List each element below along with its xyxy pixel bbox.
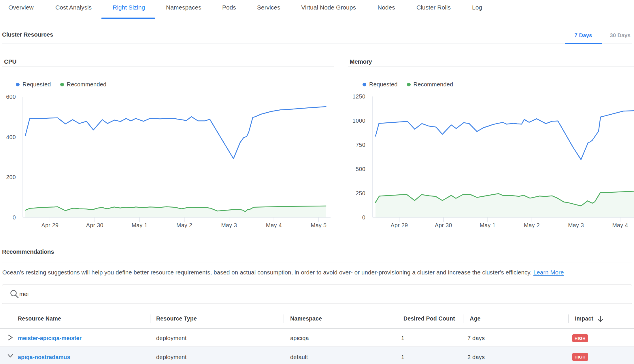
column-header-impact[interactable]: Impact bbox=[575, 315, 593, 322]
right-sizing-page: { "tabs": { "items": [ {"label": "Overvi… bbox=[0, 0, 634, 364]
column-separator bbox=[463, 314, 463, 323]
cluster-resources-title: Cluster Resources bbox=[2, 31, 53, 37]
tab-virtual-node-groups[interactable]: Virtual Node Groups bbox=[301, 4, 356, 11]
resource-name-link[interactable]: meister-apiciqa-meister bbox=[18, 335, 82, 342]
namespace-cell: apiciqa bbox=[290, 335, 309, 342]
resource-type-cell: deployment bbox=[156, 354, 186, 361]
tab-cluster-rolls[interactable]: Cluster Rolls bbox=[416, 4, 451, 11]
resource-type-cell: deployment bbox=[156, 335, 186, 342]
search-icon bbox=[10, 290, 20, 299]
search-input[interactable] bbox=[19, 285, 596, 304]
desired-pod-count-cell: 1 bbox=[401, 335, 404, 342]
range-7-days[interactable]: 7 Days bbox=[565, 32, 602, 39]
svg-text:1000: 1000 bbox=[352, 117, 365, 124]
recommendations-divider bbox=[2, 263, 632, 263]
impact-high-badge: HIGH bbox=[572, 353, 588, 361]
desired-pod-count-cell: 1 bbox=[401, 354, 404, 361]
svg-text:May 2: May 2 bbox=[524, 222, 540, 228]
tab-cost-analysis[interactable]: Cost Analysis bbox=[55, 4, 92, 11]
svg-text:May 3: May 3 bbox=[221, 222, 237, 228]
svg-text:May 5: May 5 bbox=[311, 222, 327, 228]
svg-text:0: 0 bbox=[13, 214, 16, 221]
svg-text:May 1: May 1 bbox=[480, 222, 496, 228]
sort-descending-icon[interactable] bbox=[597, 315, 604, 323]
table-row[interactable] bbox=[0, 347, 634, 364]
cpu-chart-panel: CPU Requested Recommended Apr 29Apr 30Ma… bbox=[2, 53, 334, 233]
cluster-tab-bar: Overview Cost Analysis Right Sizing Name… bbox=[0, 0, 634, 19]
column-separator bbox=[398, 314, 398, 323]
svg-text:0: 0 bbox=[362, 214, 365, 221]
svg-text:Apr 30: Apr 30 bbox=[86, 222, 103, 228]
column-header-resource-name[interactable]: Resource Name bbox=[18, 315, 61, 322]
svg-text:Apr 29: Apr 29 bbox=[41, 222, 59, 228]
namespace-cell: default bbox=[290, 354, 308, 361]
svg-text:250: 250 bbox=[356, 190, 365, 196]
svg-text:May 1: May 1 bbox=[132, 222, 148, 228]
resource-name-link[interactable]: apiqa-nostradamus bbox=[18, 354, 70, 361]
recommendations-search-box bbox=[2, 285, 632, 304]
column-header-namespace[interactable]: Namespace bbox=[290, 315, 322, 322]
recommendations-description-text: Ocean's resizing suggestions will help y… bbox=[2, 269, 532, 276]
svg-text:May 4: May 4 bbox=[612, 222, 628, 228]
learn-more-link[interactable]: Learn More bbox=[533, 269, 564, 276]
svg-text:750: 750 bbox=[356, 142, 365, 148]
memory-line-chart: Apr 29Apr 30May 1May 2May 3May 402505007… bbox=[348, 53, 634, 234]
range-30-days[interactable]: 30 Days bbox=[608, 32, 632, 39]
active-tab-underline bbox=[101, 18, 155, 19]
expand-row-chevron-right-icon[interactable] bbox=[7, 334, 13, 341]
column-separator bbox=[150, 314, 150, 323]
tab-pods[interactable]: Pods bbox=[222, 4, 236, 11]
age-cell: 2 days bbox=[467, 354, 485, 361]
tab-log[interactable]: Log bbox=[472, 4, 482, 11]
svg-text:200: 200 bbox=[6, 174, 16, 180]
tab-overview[interactable]: Overview bbox=[8, 4, 34, 11]
svg-text:Apr 29: Apr 29 bbox=[391, 222, 408, 228]
column-separator bbox=[568, 314, 569, 323]
header-divider bbox=[2, 43, 632, 43]
column-header-resource-type[interactable]: Resource Type bbox=[156, 315, 197, 322]
collapse-row-chevron-down-icon[interactable] bbox=[7, 354, 14, 359]
tab-right-sizing[interactable]: Right Sizing bbox=[113, 4, 145, 11]
cpu-line-chart: Apr 29Apr 30May 1May 2May 3May 4May 5020… bbox=[2, 53, 334, 234]
age-cell: 7 days bbox=[467, 335, 485, 342]
column-header-age[interactable]: Age bbox=[470, 315, 480, 322]
svg-text:May 2: May 2 bbox=[176, 222, 192, 228]
svg-text:May 4: May 4 bbox=[266, 222, 282, 228]
svg-text:Apr 30: Apr 30 bbox=[435, 222, 452, 228]
tab-namespaces[interactable]: Namespaces bbox=[166, 4, 201, 11]
tab-nodes[interactable]: Nodes bbox=[378, 4, 395, 11]
svg-text:500: 500 bbox=[356, 166, 365, 172]
svg-text:400: 400 bbox=[6, 134, 16, 140]
column-separator bbox=[284, 314, 284, 323]
table-row[interactable] bbox=[0, 329, 634, 346]
recommendations-title: Recommendations bbox=[2, 249, 54, 255]
tab-services[interactable]: Services bbox=[257, 4, 280, 11]
column-header-desired-pod-count[interactable]: Desired Pod Count bbox=[403, 315, 455, 322]
svg-text:1250: 1250 bbox=[352, 93, 365, 100]
recommendations-description: Ocean's resizing suggestions will help y… bbox=[2, 269, 564, 276]
svg-text:May 3: May 3 bbox=[568, 222, 584, 228]
selected-range-underline bbox=[565, 43, 602, 44]
memory-chart-panel: Memory Requested Recommended Apr 29Apr 3… bbox=[348, 53, 634, 233]
svg-text:600: 600 bbox=[6, 94, 16, 100]
impact-high-badge: HIGH bbox=[572, 334, 588, 342]
